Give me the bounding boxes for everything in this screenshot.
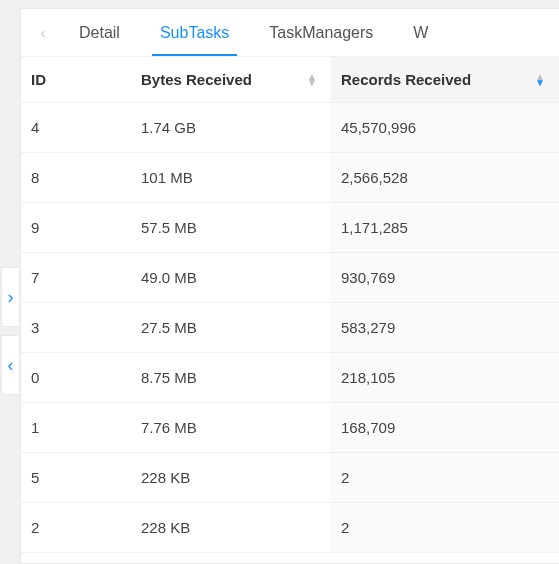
cell-records-received: 1,171,285	[341, 219, 408, 236]
table-row[interactable]: 0 8.75 MB 218,105	[21, 353, 559, 403]
cell-bytes-received: 7.76 MB	[141, 419, 197, 436]
table-row[interactable]: 4 1.74 GB 45,570,996	[21, 103, 559, 153]
tab-watermarks-truncated[interactable]: W	[393, 9, 448, 56]
cell-records-received: 930,769	[341, 269, 395, 286]
table-body: 4 1.74 GB 45,570,996 8 101 MB 2,566,528 …	[21, 103, 559, 553]
panel-expand-handle-right[interactable]: ›	[1, 267, 19, 327]
table-header: ID Bytes Received ▲ ▼ Records Received ▲…	[21, 57, 559, 103]
cell-id: 1	[31, 419, 39, 436]
caret-down-icon: ▼	[535, 80, 545, 86]
cell-bytes-received: 101 MB	[141, 169, 193, 186]
table-row[interactable]: 1 7.76 MB 168,709	[21, 403, 559, 453]
column-header-bytes-received[interactable]: Bytes Received ▲ ▼	[131, 57, 331, 102]
cell-bytes-received: 27.5 MB	[141, 319, 197, 336]
cell-records-received: 583,279	[341, 319, 395, 336]
subtasks-panel: › ‹ ‹ Detail SubTasks TaskManagers W	[20, 8, 559, 564]
cell-records-received: 2	[341, 469, 349, 486]
chevron-right-icon: ›	[8, 288, 14, 306]
column-header-label: Bytes Received	[141, 71, 252, 88]
cell-bytes-received: 49.0 MB	[141, 269, 197, 286]
cell-records-received: 168,709	[341, 419, 395, 436]
cell-id: 3	[31, 319, 39, 336]
table-row[interactable]: 9 57.5 MB 1,171,285	[21, 203, 559, 253]
cell-bytes-received: 228 KB	[141, 469, 190, 486]
table-row[interactable]: 7 49.0 MB 930,769	[21, 253, 559, 303]
chevron-left-icon: ‹	[8, 356, 14, 374]
panel-expand-handle-left[interactable]: ‹	[1, 335, 19, 395]
tab-taskmanagers[interactable]: TaskManagers	[249, 9, 393, 56]
cell-records-received: 45,570,996	[341, 119, 416, 136]
table-row[interactable]: 8 101 MB 2,566,528	[21, 153, 559, 203]
sort-icon: ▲ ▼	[307, 74, 321, 86]
cell-records-received: 218,105	[341, 369, 395, 386]
cell-records-received: 2	[341, 519, 349, 536]
tab-label: TaskManagers	[269, 24, 373, 42]
column-header-label: Records Received	[341, 71, 471, 88]
table-row[interactable]: 2 228 KB 2	[21, 503, 559, 553]
column-header-label: ID	[31, 71, 46, 88]
cell-id: 7	[31, 269, 39, 286]
cell-bytes-received: 228 KB	[141, 519, 190, 536]
sort-icon: ▲ ▼	[535, 74, 549, 86]
tab-label: Detail	[79, 24, 120, 42]
tab-detail[interactable]: Detail	[59, 9, 140, 56]
tab-label: SubTasks	[160, 24, 229, 42]
cell-id: 4	[31, 119, 39, 136]
cell-id: 0	[31, 369, 39, 386]
cell-id: 2	[31, 519, 39, 536]
cell-id: 9	[31, 219, 39, 236]
caret-down-icon: ▼	[307, 80, 317, 86]
column-header-records-received[interactable]: Records Received ▲ ▼	[331, 57, 559, 102]
cell-bytes-received: 1.74 GB	[141, 119, 196, 136]
table-row[interactable]: 3 27.5 MB 583,279	[21, 303, 559, 353]
table-row[interactable]: 5 228 KB 2	[21, 453, 559, 503]
tab-scroll-left[interactable]: ‹	[27, 25, 59, 41]
tab-bar: ‹ Detail SubTasks TaskManagers W	[21, 9, 559, 57]
cell-bytes-received: 57.5 MB	[141, 219, 197, 236]
chevron-left-icon: ‹	[41, 25, 46, 41]
column-header-id[interactable]: ID	[21, 57, 131, 102]
cell-id: 8	[31, 169, 39, 186]
tab-label: W	[413, 24, 428, 42]
cell-id: 5	[31, 469, 39, 486]
tab-subtasks[interactable]: SubTasks	[140, 9, 249, 56]
cell-bytes-received: 8.75 MB	[141, 369, 197, 386]
cell-records-received: 2,566,528	[341, 169, 408, 186]
